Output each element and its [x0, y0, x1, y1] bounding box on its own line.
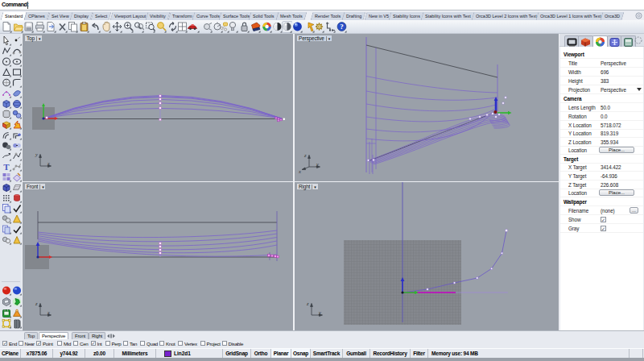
svg-text:y: y — [318, 309, 321, 315]
svg-text:T: T — [3, 162, 10, 172]
svg-text:z: z — [35, 301, 38, 306]
svg-text:x: x — [47, 309, 50, 315]
svg-text:y: y — [316, 161, 319, 167]
svg-text:y: y — [35, 151, 38, 157]
svg-text:?: ? — [340, 23, 344, 31]
svg-text:x: x — [298, 168, 301, 174]
svg-text:x: x — [47, 160, 50, 166]
svg-text:z: z — [303, 152, 307, 158]
svg-text:z: z — [306, 301, 309, 306]
